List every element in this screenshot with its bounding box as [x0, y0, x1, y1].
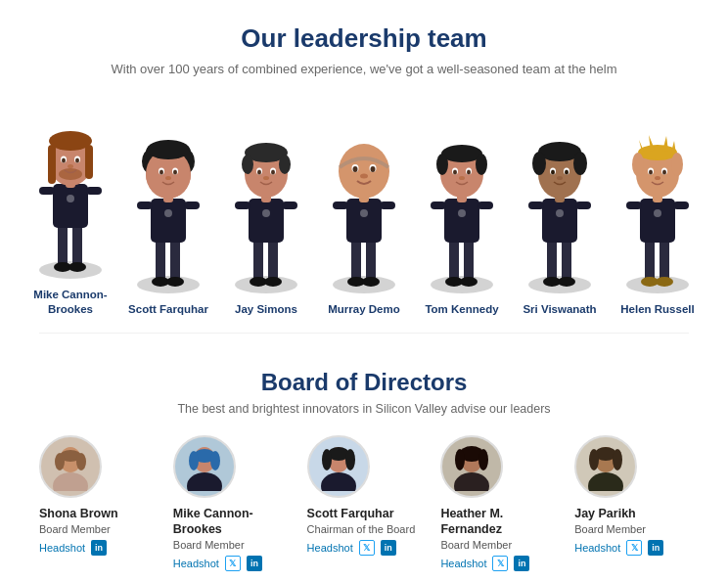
svg-rect-120	[626, 201, 642, 209]
twitter-icon-mike-board[interactable]: 𝕏	[225, 556, 241, 571]
svg-point-112	[557, 176, 563, 180]
svg-point-111	[565, 169, 569, 174]
headshot-link-scott-board[interactable]: Headshot	[307, 542, 353, 554]
headshot-link-jay-parikh[interactable]: Headshot	[574, 542, 620, 554]
svg-point-134	[53, 472, 88, 491]
svg-rect-101	[528, 201, 544, 209]
twitter-icon-heather[interactable]: 𝕏	[492, 556, 508, 571]
board-name-scott-board: Scott Farquhar	[307, 506, 394, 521]
svg-point-106	[532, 152, 546, 175]
svg-point-154	[588, 472, 623, 491]
svg-rect-26	[137, 201, 153, 209]
svg-point-87	[436, 154, 448, 175]
bobble-murray: Murray Demo	[315, 111, 413, 317]
svg-rect-82	[431, 201, 446, 209]
svg-point-58	[263, 176, 269, 180]
svg-point-53	[279, 155, 291, 174]
board-name-jay-parikh: Jay Parikh	[574, 506, 636, 521]
svg-rect-77	[449, 238, 459, 281]
board-role-jay-parikh: Board Member	[574, 523, 646, 535]
linkedin-icon-jay-parikh[interactable]: in	[648, 540, 663, 556]
svg-rect-43	[268, 238, 278, 281]
bobble-figure-mike	[26, 96, 114, 282]
svg-point-80	[460, 277, 478, 287]
bobble-figure-helen	[614, 111, 702, 296]
svg-point-137	[76, 453, 86, 470]
board-member-scott-board: Scott Farquhar Chairman of the Board Hea…	[307, 435, 422, 572]
svg-point-88	[476, 154, 487, 175]
svg-rect-97	[562, 238, 571, 281]
board-members-row: Shona Brown Board Member Headshot in Mik…	[39, 435, 689, 572]
bobble-name-sri: Sri Viswanath	[523, 302, 596, 317]
svg-rect-25	[151, 199, 186, 243]
svg-rect-62	[366, 238, 376, 281]
bobble-name-murray: Murray Demo	[328, 302, 400, 317]
headshot-link-heather[interactable]: Headshot	[440, 558, 486, 569]
svg-point-57	[271, 169, 275, 174]
board-member-jay-parikh: Jay Parikh Board Member Headshot 𝕏 in	[574, 435, 689, 572]
linkedin-icon-mike-board[interactable]: in	[247, 556, 262, 571]
svg-point-132	[654, 209, 661, 217]
avatar-mike-board	[173, 435, 236, 498]
avatar-jay-parikh	[574, 435, 637, 498]
svg-point-139	[187, 472, 222, 491]
bobble-name-scott: Scott Farquhar	[128, 302, 208, 317]
headshot-link-shona[interactable]: Headshot	[39, 542, 85, 554]
svg-point-99	[558, 277, 575, 287]
board-links-heather: Headshot 𝕏 in	[440, 556, 529, 571]
svg-point-38	[173, 169, 177, 174]
bobble-figure-sri	[516, 111, 604, 296]
svg-point-142	[210, 451, 220, 470]
linkedin-icon-shona[interactable]: in	[91, 540, 107, 556]
svg-point-126	[671, 153, 683, 176]
svg-point-37	[159, 169, 163, 174]
linkedin-icon-heather[interactable]: in	[514, 556, 529, 571]
svg-point-12	[49, 131, 92, 151]
board-links-jay-parikh: Headshot 𝕏 in	[574, 540, 663, 556]
svg-rect-100	[542, 199, 577, 243]
board-role-heather: Board Member	[440, 539, 512, 551]
bobble-figure-tom	[418, 111, 506, 296]
board-links-shona: Headshot in	[39, 540, 107, 556]
bobble-scott: Scott Farquhar	[119, 111, 217, 317]
headshot-link-mike-board[interactable]: Headshot	[173, 558, 219, 569]
svg-point-110	[551, 169, 555, 174]
bobble-name-jay: Jay Simons	[235, 302, 297, 317]
bobblehead-row: Mike Cannon-Brookes	[20, 96, 708, 317]
svg-rect-46	[249, 199, 284, 243]
avatar-shona	[39, 435, 102, 498]
svg-point-144	[321, 472, 356, 491]
linkedin-icon-scott-board[interactable]: in	[381, 540, 396, 556]
svg-point-16	[75, 158, 79, 163]
svg-rect-47	[235, 201, 250, 209]
board-role-scott-board: Chairman of the Board	[307, 523, 416, 535]
svg-point-152	[478, 449, 488, 470]
svg-point-149	[454, 472, 489, 491]
svg-point-40	[164, 209, 172, 217]
svg-point-45	[264, 277, 282, 287]
svg-point-93	[459, 176, 465, 180]
svg-rect-121	[673, 201, 689, 209]
svg-point-136	[55, 453, 65, 470]
bobble-helen: Helen Russell	[609, 111, 706, 317]
svg-rect-6	[39, 187, 55, 195]
board-section: Board of Directors The best and brightes…	[0, 353, 728, 582]
section-divider	[39, 333, 689, 334]
board-name-mike-board: Mike Cannon-Brookes	[173, 506, 253, 538]
svg-point-131	[655, 176, 660, 180]
svg-rect-81	[444, 199, 479, 243]
svg-point-129	[649, 169, 653, 174]
svg-rect-67	[380, 201, 395, 209]
twitter-icon-jay-parikh[interactable]: 𝕏	[626, 540, 642, 556]
board-member-mike-board: Mike Cannon-Brookes Board Member Headsho…	[173, 435, 288, 572]
board-links-scott-board: Headshot 𝕏 in	[307, 540, 396, 556]
svg-rect-115	[645, 238, 655, 281]
svg-rect-96	[547, 238, 557, 281]
svg-rect-22	[170, 238, 180, 281]
svg-point-59	[262, 209, 270, 217]
twitter-icon-scott-board[interactable]: 𝕏	[359, 540, 375, 556]
board-name-heather: Heather M.Fernandez	[440, 506, 503, 538]
svg-point-69	[339, 144, 389, 199]
svg-point-125	[632, 153, 644, 176]
svg-rect-27	[184, 201, 200, 209]
